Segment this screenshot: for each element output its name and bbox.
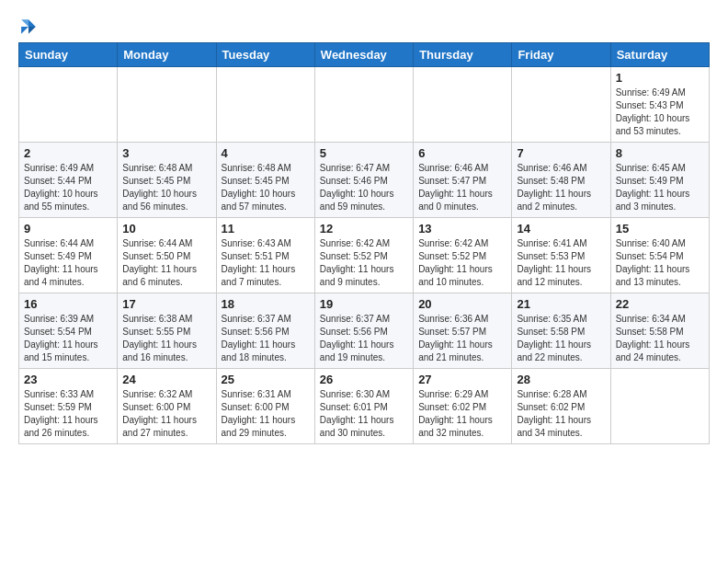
day-cell: 23Sunrise: 6:33 AM Sunset: 5:59 PM Dayli… <box>19 369 118 444</box>
week-row-4: 16Sunrise: 6:39 AM Sunset: 5:54 PM Dayli… <box>19 293 710 369</box>
day-number: 21 <box>517 297 605 311</box>
day-info: Sunrise: 6:30 AM Sunset: 6:01 PM Dayligh… <box>320 388 408 440</box>
weekday-header-saturday: Saturday <box>610 43 709 67</box>
day-cell: 15Sunrise: 6:40 AM Sunset: 5:54 PM Dayli… <box>610 218 709 293</box>
day-info: Sunrise: 6:42 AM Sunset: 5:52 PM Dayligh… <box>320 237 408 289</box>
day-number: 25 <box>222 373 310 386</box>
header <box>18 17 710 37</box>
day-cell: 9Sunrise: 6:44 AM Sunset: 5:49 PM Daylig… <box>19 218 118 293</box>
day-info: Sunrise: 6:42 AM Sunset: 5:52 PM Dayligh… <box>418 237 506 289</box>
day-number: 5 <box>320 146 408 160</box>
day-info: Sunrise: 6:43 AM Sunset: 5:51 PM Dayligh… <box>222 237 310 289</box>
day-cell: 16Sunrise: 6:39 AM Sunset: 5:54 PM Dayli… <box>19 293 118 369</box>
day-number: 16 <box>24 297 112 311</box>
day-cell <box>414 67 512 143</box>
day-number: 17 <box>122 297 210 311</box>
day-cell: 21Sunrise: 6:35 AM Sunset: 5:58 PM Dayli… <box>512 293 610 369</box>
day-info: Sunrise: 6:37 AM Sunset: 5:56 PM Dayligh… <box>320 313 408 364</box>
day-info: Sunrise: 6:33 AM Sunset: 5:59 PM Dayligh… <box>24 388 112 440</box>
day-cell <box>512 67 610 143</box>
day-info: Sunrise: 6:36 AM Sunset: 5:57 PM Dayligh… <box>418 313 506 364</box>
week-row-2: 2Sunrise: 6:49 AM Sunset: 5:44 PM Daylig… <box>19 143 710 218</box>
day-info: Sunrise: 6:41 AM Sunset: 5:53 PM Dayligh… <box>517 237 605 289</box>
day-cell: 26Sunrise: 6:30 AM Sunset: 6:01 PM Dayli… <box>314 369 413 444</box>
day-cell: 12Sunrise: 6:42 AM Sunset: 5:52 PM Dayli… <box>314 218 413 293</box>
day-number: 9 <box>24 222 112 236</box>
day-cell <box>216 67 314 143</box>
day-number: 10 <box>122 222 210 236</box>
day-info: Sunrise: 6:48 AM Sunset: 5:45 PM Dayligh… <box>222 162 310 213</box>
day-info: Sunrise: 6:38 AM Sunset: 5:55 PM Dayligh… <box>122 313 210 364</box>
day-number: 28 <box>517 373 605 386</box>
day-number: 19 <box>320 297 408 311</box>
week-row-3: 9Sunrise: 6:44 AM Sunset: 5:49 PM Daylig… <box>19 218 710 293</box>
day-cell: 7Sunrise: 6:46 AM Sunset: 5:48 PM Daylig… <box>512 143 610 218</box>
day-number: 20 <box>418 297 506 311</box>
day-number: 23 <box>24 373 112 386</box>
day-cell: 13Sunrise: 6:42 AM Sunset: 5:52 PM Dayli… <box>414 218 512 293</box>
weekday-header-tuesday: Tuesday <box>216 43 314 67</box>
day-cell: 8Sunrise: 6:45 AM Sunset: 5:49 PM Daylig… <box>610 143 709 218</box>
weekday-header-thursday: Thursday <box>414 43 512 67</box>
day-cell <box>19 67 118 143</box>
logo <box>18 17 40 37</box>
day-number: 3 <box>122 146 210 160</box>
day-number: 22 <box>616 297 704 311</box>
day-number: 1 <box>616 71 704 85</box>
day-info: Sunrise: 6:39 AM Sunset: 5:54 PM Dayligh… <box>24 313 112 364</box>
day-info: Sunrise: 6:48 AM Sunset: 5:45 PM Dayligh… <box>122 162 210 213</box>
day-info: Sunrise: 6:32 AM Sunset: 6:00 PM Dayligh… <box>122 388 210 440</box>
page: SundayMondayTuesdayWednesdayThursdayFrid… <box>0 0 728 457</box>
week-row-5: 23Sunrise: 6:33 AM Sunset: 5:59 PM Dayli… <box>19 369 710 444</box>
weekday-header-monday: Monday <box>118 43 216 67</box>
day-info: Sunrise: 6:49 AM Sunset: 5:44 PM Dayligh… <box>24 162 112 213</box>
day-cell: 1Sunrise: 6:49 AM Sunset: 5:43 PM Daylig… <box>610 67 709 143</box>
day-cell: 4Sunrise: 6:48 AM Sunset: 5:45 PM Daylig… <box>216 143 314 218</box>
day-info: Sunrise: 6:44 AM Sunset: 5:50 PM Dayligh… <box>122 237 210 289</box>
day-info: Sunrise: 6:28 AM Sunset: 6:02 PM Dayligh… <box>517 388 605 440</box>
day-number: 7 <box>517 146 605 160</box>
logo-icon <box>18 17 39 37</box>
day-cell: 19Sunrise: 6:37 AM Sunset: 5:56 PM Dayli… <box>314 293 413 369</box>
day-number: 11 <box>222 222 310 236</box>
day-info: Sunrise: 6:46 AM Sunset: 5:48 PM Dayligh… <box>517 162 605 213</box>
day-info: Sunrise: 6:45 AM Sunset: 5:49 PM Dayligh… <box>616 162 704 213</box>
day-info: Sunrise: 6:34 AM Sunset: 5:58 PM Dayligh… <box>616 313 704 364</box>
day-info: Sunrise: 6:35 AM Sunset: 5:58 PM Dayligh… <box>517 313 605 364</box>
day-cell: 27Sunrise: 6:29 AM Sunset: 6:02 PM Dayli… <box>414 369 512 444</box>
day-cell <box>610 369 709 444</box>
day-cell: 2Sunrise: 6:49 AM Sunset: 5:44 PM Daylig… <box>19 143 118 218</box>
day-number: 8 <box>616 146 704 160</box>
day-info: Sunrise: 6:44 AM Sunset: 5:49 PM Dayligh… <box>24 237 112 289</box>
day-cell: 3Sunrise: 6:48 AM Sunset: 5:45 PM Daylig… <box>118 143 216 218</box>
week-row-1: 1Sunrise: 6:49 AM Sunset: 5:43 PM Daylig… <box>19 67 710 143</box>
day-info: Sunrise: 6:37 AM Sunset: 5:56 PM Dayligh… <box>222 313 310 364</box>
day-cell: 22Sunrise: 6:34 AM Sunset: 5:58 PM Dayli… <box>610 293 709 369</box>
day-info: Sunrise: 6:47 AM Sunset: 5:46 PM Dayligh… <box>320 162 408 213</box>
day-info: Sunrise: 6:46 AM Sunset: 5:47 PM Dayligh… <box>418 162 506 213</box>
day-number: 12 <box>320 222 408 236</box>
day-cell: 14Sunrise: 6:41 AM Sunset: 5:53 PM Dayli… <box>512 218 610 293</box>
weekday-header-sunday: Sunday <box>19 43 118 67</box>
day-cell <box>314 67 413 143</box>
day-cell: 25Sunrise: 6:31 AM Sunset: 6:00 PM Dayli… <box>216 369 314 444</box>
day-cell: 18Sunrise: 6:37 AM Sunset: 5:56 PM Dayli… <box>216 293 314 369</box>
weekday-header-wednesday: Wednesday <box>314 43 413 67</box>
day-cell: 17Sunrise: 6:38 AM Sunset: 5:55 PM Dayli… <box>118 293 216 369</box>
weekday-header-row: SundayMondayTuesdayWednesdayThursdayFrid… <box>19 43 710 67</box>
day-cell: 20Sunrise: 6:36 AM Sunset: 5:57 PM Dayli… <box>414 293 512 369</box>
day-cell: 10Sunrise: 6:44 AM Sunset: 5:50 PM Dayli… <box>118 218 216 293</box>
day-number: 27 <box>418 373 506 386</box>
day-cell: 28Sunrise: 6:28 AM Sunset: 6:02 PM Dayli… <box>512 369 610 444</box>
calendar-table: SundayMondayTuesdayWednesdayThursdayFrid… <box>18 42 710 444</box>
day-number: 4 <box>222 146 310 160</box>
day-number: 24 <box>122 373 210 386</box>
day-number: 6 <box>418 146 506 160</box>
day-cell: 5Sunrise: 6:47 AM Sunset: 5:46 PM Daylig… <box>314 143 413 218</box>
weekday-header-friday: Friday <box>512 43 610 67</box>
day-number: 2 <box>24 146 112 160</box>
day-number: 26 <box>320 373 408 386</box>
day-cell: 6Sunrise: 6:46 AM Sunset: 5:47 PM Daylig… <box>414 143 512 218</box>
day-info: Sunrise: 6:29 AM Sunset: 6:02 PM Dayligh… <box>418 388 506 440</box>
day-number: 15 <box>616 222 704 236</box>
